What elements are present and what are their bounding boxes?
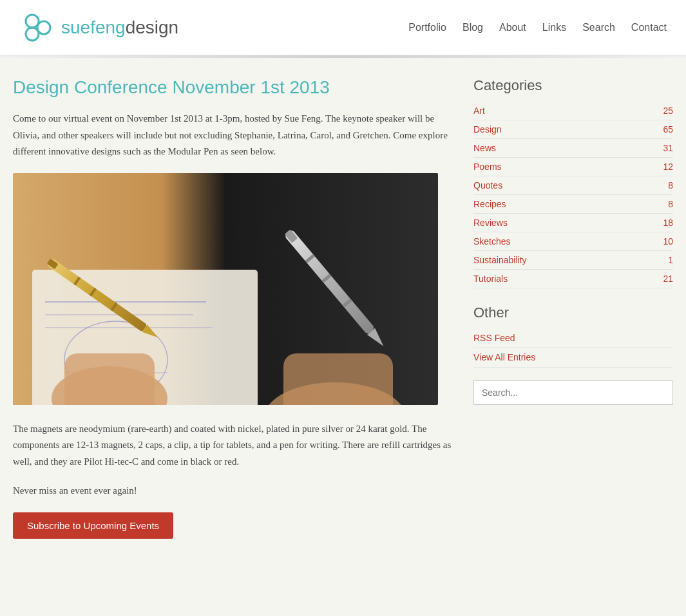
category-item: Sustainability1 — [473, 251, 673, 270]
category-link[interactable]: Recipes — [473, 199, 506, 209]
category-count: 12 — [663, 162, 673, 172]
sidebar-search-input[interactable] — [473, 380, 673, 405]
category-link[interactable]: Reviews — [473, 218, 508, 228]
category-link[interactable]: Poems — [473, 162, 502, 172]
category-count: 18 — [663, 218, 673, 228]
categories-list: Art25Design65News31Poems12Quotes8Recipes… — [473, 102, 673, 288]
other-heading: Other — [473, 304, 673, 321]
category-item: Art25 — [473, 102, 673, 120]
category-count: 1 — [668, 255, 673, 265]
category-item: Sketches10 — [473, 232, 673, 251]
main-nav: Portfolio Blog About Links Search Contac… — [408, 22, 667, 33]
nav-search[interactable]: Search — [582, 22, 615, 33]
category-count: 25 — [663, 106, 673, 116]
category-link[interactable]: Quotes — [473, 180, 502, 191]
article-intro: Come to our virtual event on November 1s… — [13, 111, 454, 160]
logo-icon — [19, 10, 55, 45]
category-link[interactable]: Sketches — [473, 236, 511, 247]
category-item: Tutorials21 — [473, 270, 673, 288]
category-count: 65 — [663, 124, 673, 135]
category-count: 8 — [668, 199, 673, 209]
category-count: 21 — [663, 274, 673, 284]
logo-text: suefengdesign — [61, 17, 178, 38]
category-link[interactable]: Sustainability — [473, 255, 527, 265]
category-item: Quotes8 — [473, 176, 673, 195]
categories-heading: Categories — [473, 77, 673, 94]
nav-contact[interactable]: Contact — [631, 22, 667, 33]
category-item: Reviews18 — [473, 214, 673, 232]
other-link[interactable]: View All Entries — [473, 352, 535, 362]
other-link-item: RSS Feed — [473, 329, 673, 348]
svg-point-2 — [37, 21, 50, 34]
header: suefengdesign Portfolio Blog About Links… — [0, 0, 686, 55]
category-item: Poems12 — [473, 158, 673, 176]
nav-about[interactable]: About — [499, 22, 526, 33]
category-link[interactable]: Tutorials — [473, 274, 508, 284]
nav-blog[interactable]: Blog — [462, 22, 483, 33]
logo-text-dark: design — [126, 17, 179, 37]
logo-area: suefengdesign — [19, 10, 178, 45]
category-item: News31 — [473, 139, 673, 158]
svg-rect-19 — [283, 353, 393, 405]
sidebar: Categories Art25Design65News31Poems12Quo… — [473, 77, 673, 539]
article-title: Design Conference November 1st 2013 — [13, 77, 454, 98]
nav-portfolio[interactable]: Portfolio — [408, 22, 446, 33]
category-item: Recipes8 — [473, 195, 673, 214]
subscribe-button[interactable]: Subscribe to Upcoming Events — [13, 512, 173, 539]
svg-rect-11 — [64, 353, 155, 405]
category-link[interactable]: News — [473, 143, 496, 153]
other-link[interactable]: RSS Feed — [473, 333, 515, 343]
category-link[interactable]: Design — [473, 124, 502, 135]
content-area: Design Conference November 1st 2013 Come… — [13, 77, 454, 539]
category-count: 8 — [668, 180, 673, 191]
nav-links[interactable]: Links — [542, 22, 566, 33]
category-item: Design65 — [473, 120, 673, 139]
never-miss-text: Never miss an event ever again! — [13, 483, 454, 499]
category-link[interactable]: Art — [473, 106, 485, 116]
other-links-list: RSS FeedView All Entries — [473, 329, 673, 368]
article-image — [13, 173, 438, 405]
main-container: Design Conference November 1st 2013 Come… — [0, 58, 686, 558]
category-count: 10 — [663, 236, 673, 247]
logo-text-teal: suefeng — [61, 17, 126, 37]
other-link-item: View All Entries — [473, 348, 673, 368]
category-count: 31 — [663, 143, 673, 153]
article-body: The magnets are neodymium (rare-earth) a… — [13, 421, 454, 471]
